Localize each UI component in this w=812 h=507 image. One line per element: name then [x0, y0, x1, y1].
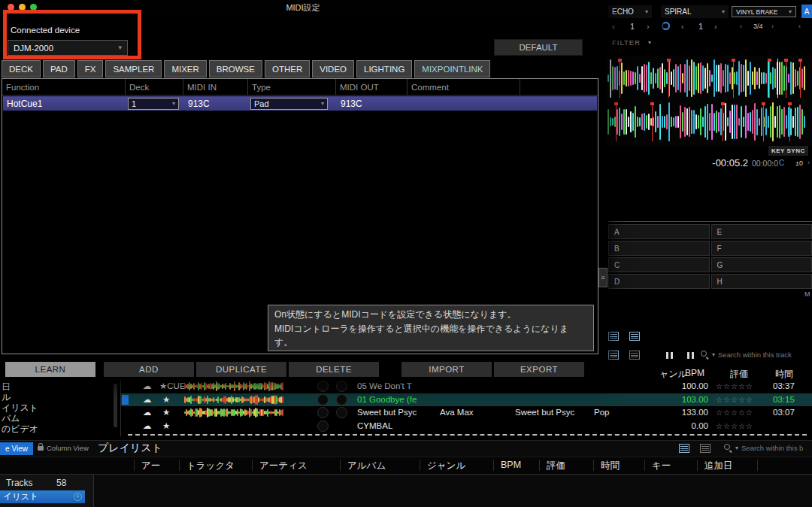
tab-browse[interactable]: BROWSE: [209, 60, 262, 77]
tab-sampler[interactable]: SAMPLER: [105, 60, 162, 77]
window-titlebar[interactable]: MIDI設定: [0, 0, 606, 15]
cue-bank-h[interactable]: H: [711, 274, 812, 289]
pause-icon[interactable]: [665, 351, 674, 360]
sidebar-item-playlist[interactable]: イリスト +: [0, 490, 85, 503]
beat-increase-right-icon[interactable]: ›: [714, 22, 717, 31]
header-type[interactable]: Type: [248, 79, 336, 95]
column-view-button[interactable]: Column View: [38, 444, 89, 452]
deck-waveform-area[interactable]: [605, 56, 812, 146]
fx-slot-spiral[interactable]: SPIRAL ▾: [661, 5, 729, 18]
duplicate-button[interactable]: DUPLICATE: [196, 362, 286, 377]
header-midi-in[interactable]: MIDI IN: [183, 79, 248, 95]
device-select[interactable]: DJM-2000 ▾: [8, 40, 128, 56]
track-row-selected[interactable]: ☁ ★ 01 Goodbye (fe 103.00 ☆☆☆☆☆ 03:15: [120, 393, 812, 406]
fx-slot-vinyl-brake[interactable]: VINYL BRAKE ▾: [732, 6, 796, 17]
header-deck[interactable]: Deck: [126, 79, 183, 95]
add-button[interactable]: ADD: [104, 362, 194, 377]
column-album[interactable]: アルバム: [347, 460, 386, 472]
beat-increase-left-icon[interactable]: ›: [647, 22, 650, 31]
type-select[interactable]: Pad ▾: [250, 98, 328, 110]
column-time[interactable]: 時間: [601, 460, 620, 472]
cue-bank-g[interactable]: G: [711, 257, 812, 272]
horizontal-scrollbar[interactable]: [128, 434, 807, 436]
key-shift-left-icon[interactable]: ‹: [771, 159, 774, 166]
list-view-icon[interactable]: [608, 332, 619, 341]
tab-deck[interactable]: DECK: [2, 60, 41, 77]
close-window-button[interactable]: [8, 4, 14, 11]
track-rating[interactable]: ☆☆☆☆☆: [716, 380, 753, 393]
fx-slot-label: SPIRAL: [665, 8, 692, 16]
panel-handle[interactable]: ≡: [598, 268, 607, 287]
track-rating[interactable]: ☆☆☆☆☆: [716, 420, 753, 433]
track-rating[interactable]: ☆☆☆☆☆: [716, 406, 753, 419]
filter-label[interactable]: FILTER: [612, 38, 641, 47]
delete-button[interactable]: DELETE: [289, 362, 379, 377]
header-function[interactable]: Function: [2, 79, 126, 95]
midi-mapping-row-selected[interactable]: HotCue1 1 ▾ 913C Pad ▾ 913C: [3, 96, 597, 111]
learn-button[interactable]: LEARN: [5, 362, 95, 377]
key-shift-right-icon[interactable]: ›: [807, 159, 810, 166]
zoom-window-button[interactable]: [30, 4, 37, 11]
grid-view-icon[interactable]: [629, 351, 640, 360]
header-comment[interactable]: Comment: [408, 79, 520, 95]
column-artist[interactable]: アーティス: [259, 460, 308, 472]
tab-pad[interactable]: PAD: [43, 60, 75, 77]
tab-mixpointlink[interactable]: MIXPOINTLINK: [414, 60, 490, 77]
export-button[interactable]: EXPORT: [494, 362, 584, 377]
column-key[interactable]: キー: [652, 460, 671, 472]
column-time[interactable]: 時間: [775, 368, 793, 381]
cue-bank-e[interactable]: E: [711, 224, 812, 239]
fx-assign-a-button[interactable]: A: [801, 5, 812, 18]
column-bpm[interactable]: BPM: [501, 460, 521, 470]
tab-mixer[interactable]: MIXER: [164, 60, 206, 77]
column-genre[interactable]: ャンル: [659, 368, 687, 381]
tab-lighting[interactable]: LIGHTING: [356, 60, 412, 77]
track-rating[interactable]: ☆☆☆☆☆: [716, 393, 753, 406]
column-genre[interactable]: ジャンル: [427, 460, 465, 472]
list-view-icon[interactable]: [608, 351, 619, 360]
sidebar-scrollbar[interactable]: [114, 384, 117, 427]
tree-view-button[interactable]: e View: [0, 442, 33, 455]
cue-bank-c[interactable]: C: [608, 257, 710, 272]
sidebar-item[interactable]: のビデオ: [2, 423, 38, 435]
deck2-waveform[interactable]: [607, 102, 810, 141]
list-view-icon[interactable]: [679, 444, 689, 453]
cue-bank-f[interactable]: F: [711, 241, 812, 256]
track-row[interactable]: ☁ ★ CYMBAL 0.00 ☆☆☆☆☆: [120, 420, 812, 433]
tab-other[interactable]: OTHER: [265, 60, 310, 77]
minimize-window-button[interactable]: [19, 4, 26, 11]
fx-slot-echo[interactable]: ECHO ▾: [608, 5, 652, 18]
track-row[interactable]: ☁ ★CUE 05 We Don't T 100.00 ☆☆☆☆☆ 03:37: [120, 380, 812, 393]
default-button[interactable]: DEFAULT: [494, 39, 583, 56]
column-date-added[interactable]: 追加日: [704, 460, 733, 472]
grid-view-icon[interactable]: [629, 332, 640, 341]
deck-select[interactable]: 1 ▾: [128, 98, 179, 110]
column-rating[interactable]: 評価: [730, 368, 748, 381]
cue-bank-b[interactable]: B: [608, 241, 710, 256]
column-artwork[interactable]: アー: [141, 460, 160, 472]
grid-view-icon[interactable]: [700, 444, 710, 453]
beat-page-left-icon[interactable]: ‹: [798, 23, 801, 30]
time-remaining: -00:05.2: [677, 157, 748, 168]
beat-fraction-right-icon[interactable]: ›: [771, 23, 774, 30]
pause-icon[interactable]: [686, 351, 695, 360]
beat-fraction-left-icon[interactable]: ‹: [740, 23, 742, 30]
chevron-down-icon[interactable]: ▾: [648, 40, 651, 46]
tab-video[interactable]: VIDEO: [312, 60, 354, 77]
beat-decrease-right-icon[interactable]: ‹: [681, 22, 684, 31]
column-bpm[interactable]: BPM: [685, 368, 704, 378]
cue-bank-d[interactable]: D: [608, 274, 710, 289]
add-playlist-icon[interactable]: +: [74, 493, 82, 501]
column-rating[interactable]: 評価: [547, 460, 565, 472]
deck1-waveform[interactable]: [607, 59, 810, 98]
tab-fx[interactable]: FX: [77, 60, 104, 77]
key-sync-button[interactable]: KEY SYNC: [768, 146, 808, 156]
playlist-search-box[interactable]: ▾ Search within this b: [724, 444, 803, 452]
track-search-box[interactable]: ▾ Search within this track: [701, 351, 792, 359]
beat-decrease-left-icon[interactable]: ‹: [612, 22, 615, 31]
header-midi-out[interactable]: MIDI OUT: [336, 79, 408, 95]
track-row[interactable]: ☁ ★ Sweet but Psyc Ava Max Sweet but Psy…: [120, 406, 812, 419]
column-track-title[interactable]: トラックタ: [186, 460, 235, 472]
import-button[interactable]: IMPORT: [401, 362, 492, 377]
cue-bank-a[interactable]: A: [608, 224, 710, 239]
